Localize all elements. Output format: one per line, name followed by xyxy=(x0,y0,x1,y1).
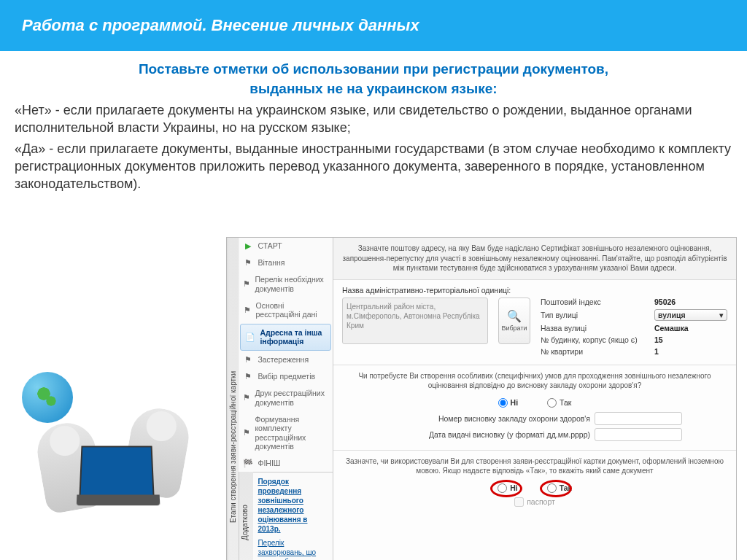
apt-value: 1 xyxy=(654,347,659,356)
flag-icon: ⚑ xyxy=(243,258,253,268)
street-name-label: Назва вулиці xyxy=(541,324,650,332)
magnifier-icon: 🔍 xyxy=(507,309,522,323)
radio-label-yes: Так xyxy=(560,398,571,407)
link-order[interactable]: Порядок проведення зовнішнього незалежно… xyxy=(258,477,328,534)
foreign-radio-no[interactable]: Ні xyxy=(498,483,518,493)
paragraph-2: «Да» - если прилагаете документы, выданн… xyxy=(15,140,732,193)
nav-address[interactable]: 📄Адресна та інша інформація xyxy=(240,324,331,351)
radio-label-no: Ні xyxy=(511,398,519,407)
passport-checkbox-row: паспорт xyxy=(342,497,727,507)
paragraph-1: «Нет» - если прилагаете документы на укр… xyxy=(15,101,732,137)
apt-label: № квартири xyxy=(541,347,650,356)
nav-warn[interactable]: ⚑Застереження xyxy=(239,351,333,368)
nav-label: СТАРТ xyxy=(258,241,282,251)
choose-label: Вибрати xyxy=(501,324,527,332)
nav-start[interactable]: ▶СТАРТ xyxy=(239,238,333,254)
nav-label: Адресна та інша інформація xyxy=(260,328,326,346)
vertical-tab-steps[interactable]: Етапи створення заяви-реєстраційної карт… xyxy=(227,238,239,560)
nav-finish[interactable]: 🏁ФІНІШ xyxy=(239,455,333,472)
flag-icon: ⚑ xyxy=(243,428,250,438)
vertical-tab-additional[interactable]: Додатково xyxy=(239,472,253,560)
main-panel: Зазначте поштову адресу, на яку Вам буде… xyxy=(333,238,736,560)
nav-label: Вибір предметів xyxy=(258,372,315,381)
street-type-value: вулиця xyxy=(658,311,686,319)
house-value: 15 xyxy=(654,335,663,344)
registration-app-window: Етапи створення заяви-реєстраційної карт… xyxy=(226,237,737,560)
flag-icon: ⚑ xyxy=(243,355,253,365)
conclusion-date-label: Дата видачі висновку (у форматі дд.мм.рр… xyxy=(342,430,590,439)
flag-icon: ⚑ xyxy=(243,393,250,402)
nav-label: Друк реєстраційних документів xyxy=(255,389,328,407)
nav-label: Формування комплекту реєстраційних докум… xyxy=(255,415,328,451)
nav-label: ФІНІШ xyxy=(258,459,280,468)
address-instructions: Зазначте поштову адресу, на яку Вам буде… xyxy=(333,238,736,279)
title-line1: Поставьте отметки об использовании при р… xyxy=(139,61,608,77)
slide-header: Работа с программой. Внесение личных дан… xyxy=(0,0,747,51)
radio-label-no: Ні xyxy=(510,483,518,492)
play-icon: ▶ xyxy=(243,241,253,251)
street-type-select[interactable]: вулиця▾ xyxy=(654,309,727,321)
flag-icon: ⚑ xyxy=(243,306,251,315)
house-label: № будинку, корпус (якщо є) xyxy=(541,335,650,344)
nav-label: Основні реєстраційні дані xyxy=(255,301,328,319)
chevron-down-icon: ▾ xyxy=(719,311,724,319)
conclusion-date-input[interactable] xyxy=(595,428,682,441)
foreign-radio-yes[interactable]: Так xyxy=(547,483,572,493)
nav-label: Перелік необхідних документів xyxy=(255,275,328,293)
document-icon: 📄 xyxy=(245,332,255,342)
passport-checkbox[interactable] xyxy=(514,497,524,507)
flag-icon: ⚑ xyxy=(243,372,253,381)
nav-label: Застереження xyxy=(258,355,309,365)
special-radio-yes[interactable]: Так xyxy=(547,398,571,408)
nav-print[interactable]: ⚑Друк реєстраційних документів xyxy=(239,385,333,411)
title-line2: выданных не на украинском языке: xyxy=(249,81,497,96)
link-diseases[interactable]: Перелік захворювань, що можуть бути пере… xyxy=(258,538,328,560)
sidebar-nav: ▶СТАРТ ⚑Вітання ⚑Перелік необхідних доку… xyxy=(239,238,333,560)
special-radio-no[interactable]: Ні xyxy=(498,398,519,408)
choose-region-button[interactable]: 🔍 Вибрати xyxy=(498,298,530,344)
region-label: Назва адміністративно-територіальної оди… xyxy=(342,286,727,295)
slide-content: Поставьте отметки об использовании при р… xyxy=(0,51,747,193)
nav-greeting[interactable]: ⚑Вітання xyxy=(239,254,333,271)
nav-label: Вітання xyxy=(258,258,285,268)
foreign-doc-question: Зазначте, чи використовували Ви для ство… xyxy=(342,456,727,479)
postal-label: Поштовий індекс xyxy=(541,298,650,306)
special-conditions-question: Чи потребуєте Ви створення особливих (сп… xyxy=(342,371,727,394)
finish-flag-icon: 🏁 xyxy=(243,459,253,468)
slide-title: Поставьте отметки об использовании при р… xyxy=(15,60,732,98)
flag-icon: ⚑ xyxy=(243,279,250,289)
conclusion-number-input[interactable] xyxy=(595,412,682,425)
street-type-label: Тип вулиці xyxy=(541,311,650,319)
conclusion-number-label: Номер висновку закладу охорони здоров'я xyxy=(342,414,590,423)
nav-subjects[interactable]: ⚑Вибір предметів xyxy=(239,368,333,385)
nav-bundle[interactable]: ⚑Формування комплекту реєстраційних доку… xyxy=(239,411,333,455)
radio-label-yes: Так xyxy=(560,483,572,492)
postal-value: 95026 xyxy=(654,298,676,306)
passport-label: паспорт xyxy=(527,497,555,506)
decorative-illustration xyxy=(0,233,219,510)
nav-docs[interactable]: ⚑Перелік необхідних документів xyxy=(239,271,333,297)
street-name-value: Семашка xyxy=(654,324,689,332)
nav-regdata[interactable]: ⚑Основні реєстраційні дані xyxy=(239,298,333,323)
region-value: Центральний район міста, м.Сімферополь, … xyxy=(342,298,488,344)
